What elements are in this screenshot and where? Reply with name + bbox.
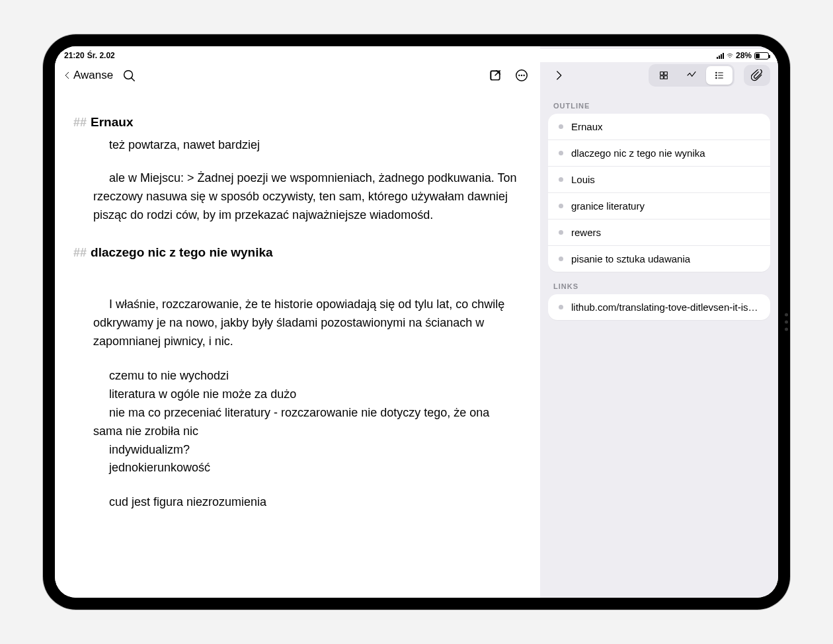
svg-rect-7 (664, 72, 668, 75)
bullet-icon (559, 124, 563, 129)
link-item[interactable]: lithub.com/translating-tove-ditlevsen-it… (548, 294, 770, 320)
editor-toolbar: Awanse (55, 60, 540, 91)
chevron-left-icon (63, 69, 72, 82)
more-button[interactable] (511, 65, 532, 86)
outline-view-tab[interactable] (706, 66, 733, 85)
grid-icon (658, 70, 669, 81)
bullet-icon (559, 204, 563, 208)
bullet-icon (559, 230, 563, 235)
back-label: Awanse (73, 69, 113, 82)
outline-item[interactable]: dlaczego nic z tego nie wynika (548, 140, 770, 166)
svg-point-10 (716, 72, 717, 73)
screen: 21:20 Śr. 2.02 28% Awanse (55, 46, 778, 598)
info-sidebar: OUTLINE Ernaux dlaczego nic z tego nie w… (540, 46, 778, 598)
svg-rect-9 (664, 76, 668, 79)
outline-item[interactable]: rewers (548, 219, 770, 245)
editor-pane: Awanse ## Ernaux (55, 46, 540, 598)
back-button[interactable]: Awanse (63, 69, 113, 82)
paperclip-icon (751, 69, 763, 81)
bullet-icon (559, 305, 563, 309)
heading-2: dlaczego nic z tego nie wynika (91, 243, 273, 262)
svg-point-3 (519, 75, 520, 76)
sidebar-toolbar (540, 60, 778, 91)
note-paragraph: ale w Miejscu: > Żadnej poezji we wspomn… (73, 169, 522, 225)
note-paragraph: I właśnie, rozczarowanie, że te historie… (73, 296, 522, 351)
outline-item-label: rewers (571, 227, 601, 238)
outline-item[interactable]: pisanie to sztuka udawania (548, 245, 770, 272)
note-line: cud jest figura niezrozumienia (73, 493, 522, 512)
compose-button[interactable] (485, 65, 506, 86)
svg-point-12 (716, 77, 717, 78)
heading-marker: ## (73, 114, 87, 132)
chevron-right-icon (553, 69, 565, 81)
outline-section-label: OUTLINE (540, 91, 778, 114)
svg-point-11 (716, 75, 717, 75)
outline-item-label: Ernaux (571, 121, 603, 132)
tablet-frame: 21:20 Śr. 2.02 28% Awanse (43, 34, 790, 610)
bullet-icon (559, 151, 563, 155)
svg-point-4 (522, 75, 522, 76)
graph-view-tab[interactable] (678, 66, 705, 85)
links-card: lithub.com/translating-tove-ditlevsen-it… (548, 294, 770, 320)
outline-item[interactable]: Ernaux (548, 114, 770, 140)
search-button[interactable] (118, 65, 139, 86)
grid-view-tab[interactable] (651, 66, 677, 85)
outline-item-label: Louis (571, 174, 595, 185)
camera-dots (785, 313, 788, 331)
links-section-label: LINKS (540, 272, 778, 294)
heading-marker: ## (73, 244, 87, 262)
note-line: indywidualizm? (73, 441, 522, 460)
note-line: czemu to nie wychodzi (73, 367, 522, 385)
outline-item-label: dlaczego nic z tego nie wynika (571, 147, 705, 159)
outline-item-label: granice literatury (571, 200, 645, 212)
note-content[interactable]: ## Ernaux też powtarza, nawet bardziej a… (55, 91, 540, 512)
outline-item-label: pisanie to sztuka udawania (571, 253, 690, 264)
note-line: jednokierunkowość (73, 459, 522, 477)
outline-card: Ernaux dlaczego nic z tego nie wynika Lo… (548, 114, 770, 272)
heading-1: Ernaux (91, 112, 133, 132)
collapse-sidebar-button[interactable] (548, 65, 569, 86)
bullet-icon (559, 257, 563, 261)
link-item-label: lithub.com/translating-tove-ditlevsen-it… (571, 302, 758, 313)
svg-rect-6 (660, 72, 664, 75)
drag-handle[interactable] (291, 53, 305, 56)
activity-icon (686, 70, 697, 81)
attachments-button[interactable] (744, 65, 770, 86)
note-paragraph: nie ma co przeceniać literatury - rozcza… (73, 404, 522, 441)
view-segmented-control (649, 64, 734, 87)
compose-icon (488, 68, 502, 83)
note-line: też powtarza, nawet bardziej (73, 136, 522, 155)
search-icon (122, 68, 136, 83)
outline-item[interactable]: Louis (548, 166, 770, 192)
outline-item[interactable]: granice literatury (548, 192, 770, 219)
note-line: literatura w ogóle nie może za dużo (73, 385, 522, 404)
bullet-icon (559, 177, 563, 182)
ellipsis-circle-icon (514, 68, 529, 83)
list-icon (714, 70, 725, 81)
svg-rect-8 (660, 76, 664, 79)
svg-point-5 (524, 75, 524, 76)
